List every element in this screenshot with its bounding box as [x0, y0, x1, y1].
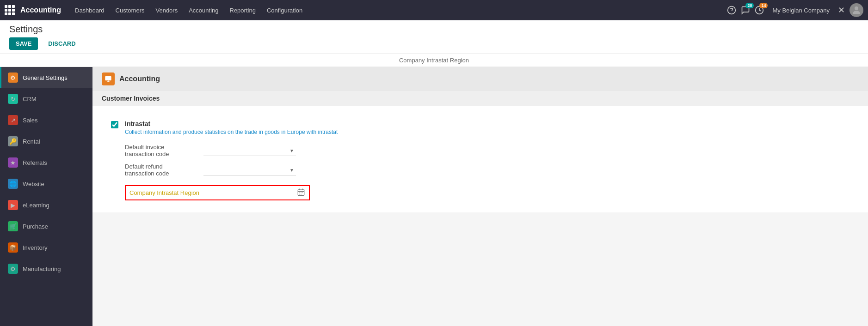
elearning-icon: ▶	[8, 200, 18, 210]
activities-icon[interactable]: 14	[755, 6, 764, 15]
sidebar-item-website[interactable]: 🌐 Website	[0, 173, 92, 194]
intrastat-setting-row: Intrastat Collect information and produc…	[111, 115, 850, 141]
invoice-transaction-code-row: Default invoicetransaction code	[111, 141, 850, 160]
sidebar-label-referrals: Referrals	[23, 159, 47, 166]
svg-point-3	[855, 6, 858, 10]
sidebar-label-general-settings: General Settings	[23, 74, 68, 81]
sidebar-item-inventory[interactable]: 📦 Inventory	[0, 237, 92, 258]
subsection-title: Customer Invoices	[102, 95, 160, 102]
sidebar-item-sales[interactable]: ↗ Sales	[0, 109, 92, 131]
invoice-code-select[interactable]	[203, 145, 296, 156]
nav-vendors[interactable]: Vendors	[151, 4, 182, 17]
rental-icon: 🔑	[8, 136, 18, 146]
website-icon: 🌐	[8, 179, 18, 189]
svg-rect-4	[105, 76, 111, 80]
refund-code-select[interactable]	[203, 164, 296, 175]
referrals-icon: ★	[8, 157, 18, 168]
page-title: Settings	[9, 24, 859, 35]
sidebar-item-referrals[interactable]: ★ Referrals	[0, 152, 92, 173]
refund-transaction-code-row: Default refundtransaction code	[111, 160, 850, 180]
app-name: Accounting	[20, 6, 61, 14]
nav-dashboard[interactable]: Dashboard	[70, 4, 109, 17]
discard-button[interactable]: DISCARD	[43, 37, 80, 50]
purchase-icon: 🛒	[8, 221, 18, 231]
page-header: Settings SAVE DISCARD	[0, 20, 868, 54]
crm-icon: ↻	[8, 94, 18, 104]
nav-configuration[interactable]: Configuration	[262, 4, 307, 17]
sidebar-label-elearning: eLearning	[23, 202, 49, 209]
invoice-code-select-wrapper	[203, 145, 296, 156]
sidebar-label-sales: Sales	[23, 117, 38, 124]
settings-content: Intrastat Collect information and produc…	[92, 106, 868, 212]
refund-code-select-wrapper	[203, 164, 296, 175]
manufacturing-icon: ⚙	[8, 264, 18, 274]
settings-wrench-icon[interactable]: ✕	[838, 5, 845, 15]
content-area: Accounting Customer Invoices Intrastat C…	[92, 67, 868, 326]
sidebar-label-inventory: Inventory	[23, 244, 47, 251]
intrastat-region-field	[125, 185, 310, 200]
accounting-section-icon	[102, 72, 115, 85]
sidebar-label-crm: CRM	[23, 96, 37, 103]
sidebar-label-purchase: Purchase	[23, 223, 48, 230]
nav-customers[interactable]: Customers	[111, 4, 149, 17]
inventory-icon: 📦	[8, 242, 18, 253]
sidebar-item-general-settings[interactable]: ⚙ General Settings	[0, 67, 92, 88]
intrastat-region-picker-icon[interactable]	[293, 186, 309, 199]
refund-code-label: Default refundtransaction code	[125, 163, 199, 177]
intrastat-info: Intrastat Collect information and produc…	[125, 120, 850, 136]
user-avatar[interactable]	[850, 3, 863, 17]
sidebar-label-manufacturing: Manufacturing	[23, 266, 61, 272]
messages-badge: 20	[745, 3, 754, 8]
intrastat-region-input[interactable]	[126, 187, 293, 199]
sidebar-item-manufacturing[interactable]: ⚙ Manufacturing	[0, 258, 92, 279]
sidebar: ⚙ General Settings ↻ CRM ↗ Sales 🔑 Renta…	[0, 67, 92, 326]
nav-icons: 20 14 My Belgian Company ✕	[727, 3, 863, 17]
nav-accounting[interactable]: Accounting	[184, 4, 223, 17]
support-icon[interactable]	[727, 6, 736, 15]
sidebar-item-elearning[interactable]: ▶ eLearning	[0, 194, 92, 216]
sidebar-label-rental: Rental	[23, 138, 40, 145]
intrastat-checkbox[interactable]	[111, 121, 118, 128]
sidebar-item-crm[interactable]: ↻ CRM	[0, 88, 92, 109]
top-navigation: Accounting Dashboard Customers Vendors A…	[0, 0, 868, 20]
sidebar-item-purchase[interactable]: 🛒 Purchase	[0, 216, 92, 237]
breadcrumb: Company Intrastat Region	[0, 54, 868, 67]
nav-reporting[interactable]: Reporting	[225, 4, 260, 17]
intrastat-description: Collect information and produce statisti…	[125, 128, 850, 136]
sales-icon: ↗	[8, 115, 18, 125]
sidebar-label-website: Website	[23, 181, 44, 187]
subsection-header: Customer Invoices	[92, 91, 868, 106]
app-menu-icon[interactable]	[5, 5, 15, 15]
activities-badge: 14	[759, 3, 768, 8]
breadcrumb-text: Company Intrastat Region	[399, 57, 469, 64]
intrastat-title: Intrastat	[125, 120, 850, 127]
section-title: Accounting	[119, 75, 160, 83]
messages-icon[interactable]: 20	[741, 6, 750, 15]
section-header: Accounting	[92, 67, 868, 91]
intrastat-region-row	[111, 182, 850, 203]
main-layout: ⚙ General Settings ↻ CRM ↗ Sales 🔑 Renta…	[0, 67, 868, 326]
save-button[interactable]: SAVE	[9, 37, 38, 50]
company-name: My Belgian Company	[772, 7, 830, 14]
general-settings-icon: ⚙	[8, 72, 18, 83]
invoice-code-label: Default invoicetransaction code	[125, 144, 199, 157]
sidebar-item-rental[interactable]: 🔑 Rental	[0, 131, 92, 152]
